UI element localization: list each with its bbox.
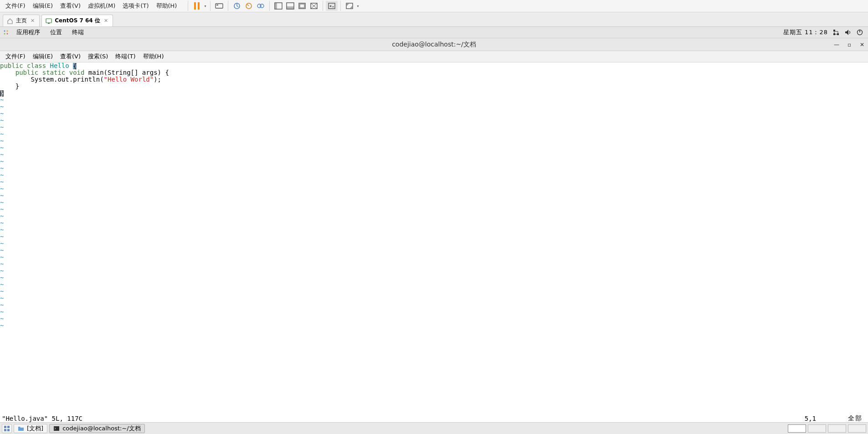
term-menu-file[interactable]: 文件(F) xyxy=(2,51,29,62)
view-thumbnail-icon[interactable] xyxy=(284,1,296,11)
vim-empty-line: ~ xyxy=(0,302,868,309)
vim-empty-line: ~ xyxy=(0,179,868,186)
power-dropdown-icon[interactable]: ▾ xyxy=(203,4,207,8)
gnome-clock[interactable]: 星期五 11：28 xyxy=(783,28,828,36)
svg-rect-24 xyxy=(833,30,835,31)
svg-rect-13 xyxy=(300,4,304,8)
snapshot-manager-icon[interactable] xyxy=(255,1,267,11)
vim-empty-line: ~ xyxy=(0,186,868,192)
home-icon xyxy=(7,18,13,24)
svg-rect-15 xyxy=(329,3,335,9)
tab-home-close-icon[interactable]: ✕ xyxy=(30,18,36,24)
tab-centos[interactable]: CentOS 7 64 位 ✕ xyxy=(41,15,113,26)
vim-empty-line: ~ xyxy=(0,192,868,199)
workspace-2[interactable] xyxy=(808,424,826,433)
svg-rect-2 xyxy=(216,4,223,8)
network-icon[interactable] xyxy=(832,29,840,36)
svg-rect-30 xyxy=(7,426,10,428)
tab-home[interactable]: 主页 ✕ xyxy=(3,15,40,26)
workspace-1[interactable] xyxy=(788,424,806,433)
gnome-places[interactable]: 位置 xyxy=(46,27,67,38)
vim-empty-line: ~ xyxy=(0,117,868,124)
view-stretch-icon[interactable] xyxy=(308,1,320,11)
power-icon[interactable] xyxy=(856,29,863,36)
vim-empty-line: ~ xyxy=(0,165,868,172)
brace-match-highlight: { xyxy=(73,63,77,69)
view-console-icon[interactable] xyxy=(296,1,308,11)
window-maximize-icon[interactable]: ▫ xyxy=(845,41,853,48)
menu-file[interactable]: 文件(F) xyxy=(2,0,29,12)
svg-rect-31 xyxy=(4,429,6,431)
vim-empty-line: ~ xyxy=(0,254,868,261)
code-line-4: } xyxy=(0,83,868,90)
menu-tabs[interactable]: 选项卡(T) xyxy=(119,0,152,12)
fullscreen-icon[interactable] xyxy=(344,1,355,11)
gnome-bottom-panel: [文档] codejiao@localhost:~/文档 xyxy=(0,422,868,434)
menu-help[interactable]: 帮助(H) xyxy=(153,0,181,12)
vim-empty-line: ~ xyxy=(0,172,868,179)
code-line-2: public static void main(String[] args) { xyxy=(0,69,868,76)
gnome-applications[interactable]: 应用程序 xyxy=(12,27,45,38)
vim-status-pos: 5,1 xyxy=(805,415,848,422)
workspace-4[interactable] xyxy=(848,424,866,433)
term-menu-view[interactable]: 查看(V) xyxy=(56,51,84,62)
svg-point-20 xyxy=(4,31,5,32)
gnome-terminal-app[interactable]: 终端 xyxy=(67,27,88,38)
term-menu-terminal[interactable]: 终端(T) xyxy=(112,51,139,62)
window-minimize-icon[interactable]: — xyxy=(832,41,841,48)
send-ctrl-alt-del-icon[interactable] xyxy=(213,1,225,11)
activities-icon[interactable] xyxy=(3,29,9,36)
svg-rect-32 xyxy=(7,429,10,431)
vim-empty-line: ~ xyxy=(0,261,868,268)
term-menu-search[interactable]: 搜索(S) xyxy=(84,51,112,62)
pause-vm-icon[interactable] xyxy=(191,1,203,11)
tab-home-label: 主页 xyxy=(16,17,27,25)
terminal-icon xyxy=(53,425,60,432)
vim-empty-line: ~ xyxy=(0,227,868,233)
vim-empty-line: ~ xyxy=(0,110,868,117)
menu-vm[interactable]: 虚拟机(M) xyxy=(84,0,119,12)
vim-empty-line: ~ xyxy=(0,288,868,295)
vim-empty-line: ~ xyxy=(0,315,868,322)
vim-status-line: "Hello.java" 5L, 117C 5,1 全部 xyxy=(0,414,868,422)
snapshot-take-icon[interactable] xyxy=(231,1,243,11)
vim-empty-line: ~ xyxy=(0,158,868,165)
code-line-5: } xyxy=(0,90,868,97)
workspace-3[interactable] xyxy=(828,424,846,433)
menu-edit[interactable]: 编辑(E) xyxy=(29,0,56,12)
svg-point-7 xyxy=(260,4,264,8)
volume-icon[interactable] xyxy=(844,29,852,36)
terminal-titlebar: codejiao@localhost:~/文档 — ▫ ✕ xyxy=(0,38,868,51)
taskbar-docs[interactable]: [文档] xyxy=(14,424,47,433)
svg-rect-25 xyxy=(837,33,839,35)
vim-status-file: "Hello.java" 5L, 117C xyxy=(2,415,82,422)
vim-empty-line: ~ xyxy=(0,274,868,281)
vim-status-scroll: 全部 xyxy=(848,414,866,423)
show-desktop-icon xyxy=(4,425,10,432)
window-close-icon[interactable]: ✕ xyxy=(858,41,866,48)
show-desktop-button[interactable] xyxy=(2,424,12,433)
tab-centos-label: CentOS 7 64 位 xyxy=(55,17,100,25)
svg-rect-18 xyxy=(46,19,51,23)
vim-editor[interactable]: public class Hello { public static void … xyxy=(0,62,868,414)
folder-icon xyxy=(18,425,24,432)
menu-view[interactable]: 查看(V) xyxy=(56,0,84,12)
view-sidebar-icon[interactable] xyxy=(272,1,284,11)
svg-point-23 xyxy=(7,33,8,35)
taskbar-terminal[interactable]: codejiao@localhost:~/文档 xyxy=(49,424,145,433)
vim-empty-line: ~ xyxy=(0,322,868,329)
code-line-3: System.out.println("Hello World"); xyxy=(0,76,868,83)
snapshot-revert-icon[interactable] xyxy=(243,1,255,11)
term-menu-edit[interactable]: 编辑(E) xyxy=(29,51,56,62)
term-menu-help[interactable]: 帮助(H) xyxy=(139,51,168,62)
tab-centos-close-icon[interactable]: ✕ xyxy=(103,18,109,24)
taskbar-docs-label: [文档] xyxy=(27,424,43,433)
terminal-menubar: 文件(F) 编辑(E) 查看(V) 搜索(S) 终端(T) 帮助(H) xyxy=(0,51,868,62)
vim-empty-line: ~ xyxy=(0,124,868,131)
terminal-title-text: codejiao@localhost:~/文档 xyxy=(392,41,476,49)
vim-empty-line: ~ xyxy=(0,103,868,110)
unity-mode-icon[interactable] xyxy=(326,1,338,11)
fullscreen-dropdown-icon[interactable]: ▾ xyxy=(355,4,360,8)
vim-empty-line: ~ xyxy=(0,247,868,254)
vim-empty-line: ~ xyxy=(0,206,868,213)
